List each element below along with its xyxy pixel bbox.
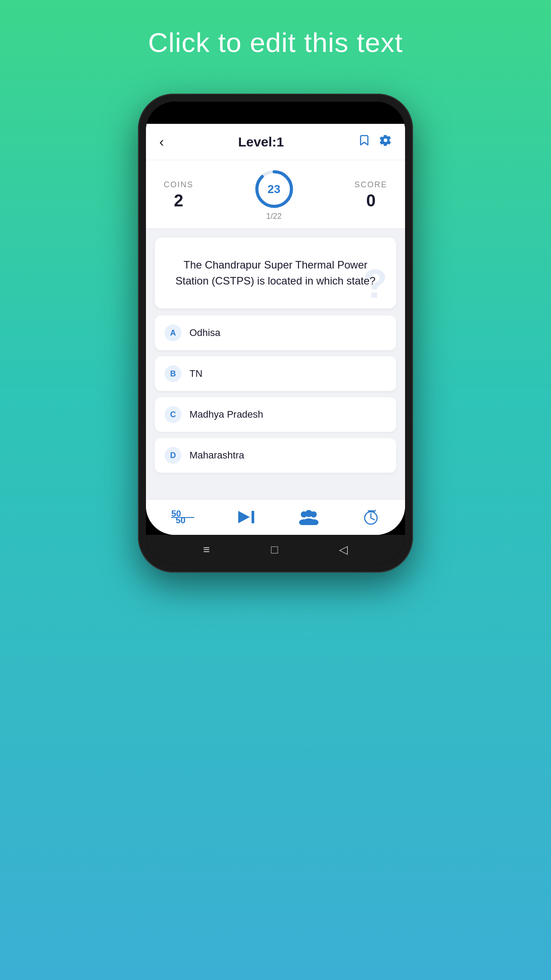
fifty-fifty-icon: 50 50 <box>171 508 194 527</box>
svg-point-9 <box>305 510 312 517</box>
option-row-b[interactable]: BTN <box>155 356 396 391</box>
option-badge-d: D <box>165 447 181 464</box>
option-badge-a: A <box>165 324 181 341</box>
stats-row: COINS 2 23 1/22 <box>146 160 405 229</box>
option-row-c[interactable]: CMadhya Pradesh <box>155 397 396 432</box>
svg-rect-6 <box>252 511 254 523</box>
phone-bottom-nav: ≡ □ ◁ <box>146 535 405 565</box>
bottom-bar: 50 50 <box>146 499 405 535</box>
option-text-d: Maharashtra <box>189 450 244 461</box>
option-text-b: TN <box>189 368 202 379</box>
fifty-fifty-button[interactable]: 50 50 <box>171 508 194 527</box>
settings-icon[interactable] <box>379 134 392 150</box>
status-bar <box>146 102 405 124</box>
phone-back-icon[interactable]: ◁ <box>339 543 348 557</box>
question-box: The Chandrapur Super Thermal Power Stati… <box>155 237 396 308</box>
timer-value: 23 <box>268 182 280 196</box>
nav-bar: ‹ Level:1 <box>146 124 405 160</box>
back-button[interactable]: ‹ <box>159 134 164 150</box>
phone-home-icon[interactable]: □ <box>271 543 278 557</box>
score-value: 0 <box>366 191 375 210</box>
option-text-a: Odhisa <box>189 327 220 339</box>
level-title: Level:1 <box>238 134 284 150</box>
options-container: AOdhisaBTNCMadhya PradeshDMaharashtra <box>146 316 405 473</box>
top-edit-text[interactable]: Click to edit this text <box>148 27 403 58</box>
phone-menu-icon[interactable]: ≡ <box>203 543 210 557</box>
question-text: The Chandrapur Super Thermal Power Stati… <box>167 257 384 289</box>
coins-block: COINS 2 <box>164 180 193 210</box>
progress-label: 1/22 <box>266 212 282 221</box>
app-screen: ‹ Level:1 <box>146 124 405 535</box>
option-text-c: Madhya Pradesh <box>189 409 263 420</box>
score-label: SCORE <box>354 180 387 190</box>
option-badge-b: B <box>165 365 181 382</box>
option-row-a[interactable]: AOdhisa <box>155 316 396 350</box>
coins-value: 2 <box>174 191 183 210</box>
timer-circle: 23 <box>254 169 294 209</box>
skip-button[interactable] <box>236 509 256 525</box>
option-badge-c: C <box>165 406 181 423</box>
score-block: SCORE 0 <box>354 180 387 210</box>
bookmark-icon[interactable] <box>358 134 370 150</box>
nav-icons <box>358 134 392 150</box>
phone-mockup: ‹ Level:1 <box>138 94 413 573</box>
svg-marker-5 <box>238 511 250 523</box>
timer-container: 23 1/22 <box>254 169 294 221</box>
timer-hint-button[interactable] <box>362 509 380 525</box>
svg-text:50: 50 <box>176 515 185 524</box>
audience-button[interactable] <box>298 509 320 525</box>
option-row-d[interactable]: DMaharashtra <box>155 438 396 473</box>
coins-label: COINS <box>164 180 193 190</box>
